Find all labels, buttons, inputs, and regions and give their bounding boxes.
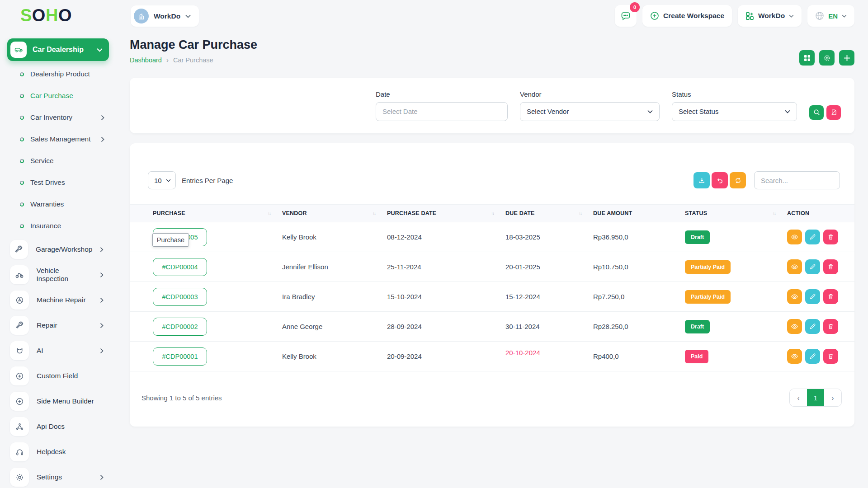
bullet-icon bbox=[20, 116, 24, 120]
logo-letter: O bbox=[58, 6, 72, 25]
messages-count-badge: 0 bbox=[630, 2, 640, 12]
view-button[interactable] bbox=[787, 230, 802, 244]
view-button[interactable] bbox=[787, 289, 802, 304]
export-button[interactable] bbox=[693, 172, 710, 188]
pencil-icon bbox=[809, 234, 816, 240]
sidebar-item-service[interactable]: Service bbox=[7, 150, 109, 172]
sidebar-item-warranties[interactable]: Warranties bbox=[7, 193, 109, 215]
sidebar-item-custom-field[interactable]: Custom Field bbox=[7, 363, 109, 389]
chevron-down-icon bbox=[785, 110, 790, 113]
edit-button[interactable] bbox=[805, 230, 820, 244]
sidebar-item-ai[interactable]: AI bbox=[7, 338, 109, 363]
sort-icon[interactable]: ↑↓ bbox=[773, 211, 775, 216]
pagination-current-page[interactable]: 1 bbox=[807, 389, 824, 406]
sidebar-item-sales-management[interactable]: Sales Management bbox=[7, 128, 109, 150]
purchase-id-badge[interactable]: #CDP00001 bbox=[153, 347, 207, 366]
grid-view-button[interactable] bbox=[799, 50, 815, 66]
page-title: Manage Car Purchase bbox=[130, 38, 257, 52]
sidebar: Car Dealership Dealership Product Car Pu… bbox=[0, 32, 116, 488]
language-selector[interactable]: EN bbox=[807, 5, 854, 27]
action-cell bbox=[787, 289, 854, 304]
bullet-icon bbox=[20, 224, 24, 228]
edit-button[interactable] bbox=[805, 319, 820, 334]
breadcrumb-dashboard-link[interactable]: Dashboard bbox=[130, 56, 162, 64]
vendor-select[interactable]: Select Vendor bbox=[520, 102, 660, 121]
edit-button[interactable] bbox=[805, 259, 820, 274]
plus-circle-icon bbox=[10, 392, 29, 411]
breadcrumb: Dashboard › Car Purchase bbox=[130, 56, 257, 64]
logo-letter: H bbox=[46, 6, 58, 25]
purchase-id-badge[interactable]: #CDP00004 bbox=[153, 258, 207, 276]
table-controls: 10 Entries Per Page bbox=[130, 143, 854, 189]
entries-per-page-select[interactable]: 10 bbox=[148, 171, 176, 189]
sort-icon[interactable]: ↑↓ bbox=[491, 211, 494, 216]
status-select[interactable]: Select Status bbox=[672, 102, 797, 121]
apply-filter-button[interactable] bbox=[809, 105, 824, 120]
purchase-date-cell: 20-09-2024 bbox=[387, 352, 505, 360]
clear-filter-button[interactable] bbox=[826, 105, 841, 120]
sidebar-item-car-purchase[interactable]: Car Purchase bbox=[7, 85, 109, 107]
sidebar-item-settings[interactable]: Settings bbox=[7, 465, 109, 488]
sort-icon[interactable]: ↑↓ bbox=[373, 211, 375, 216]
sidebar-item-api-docs[interactable]: Api Docs bbox=[7, 414, 109, 439]
main-content: Manage Car Purchase Dashboard › Car Purc… bbox=[116, 32, 868, 488]
due-amount-cell: Rp36.950,0 bbox=[593, 233, 685, 241]
table-row: #CDP00001 Kelly Brook 20-09-2024 20-10-2… bbox=[130, 342, 854, 371]
due-amount-cell: Rp7.250,0 bbox=[593, 293, 685, 300]
table-row: #CDP00003 Ira Bradley 15-10-2024 15-12-2… bbox=[130, 282, 854, 312]
api-nodes-icon bbox=[10, 417, 29, 436]
purchase-id-badge[interactable]: #CDP00002 bbox=[153, 318, 207, 336]
trash-icon bbox=[827, 323, 834, 330]
sidebar-item-repair[interactable]: Repair bbox=[7, 313, 109, 338]
sidebar-item-machine-repair[interactable]: Machine Repair bbox=[7, 287, 109, 313]
delete-button[interactable] bbox=[823, 349, 838, 364]
filter-vendor-group: Vendor Select Vendor bbox=[520, 90, 660, 121]
page-header-actions bbox=[799, 50, 854, 66]
vendor-cell: Ira Bradley bbox=[282, 293, 387, 300]
delete-button[interactable] bbox=[823, 259, 838, 274]
view-button[interactable] bbox=[787, 319, 802, 334]
wrench-icon bbox=[10, 316, 29, 335]
sidebar-item-dealership-product[interactable]: Dealership Product bbox=[7, 63, 109, 85]
create-workspace-button[interactable]: Create Workspace bbox=[642, 5, 732, 27]
table-search-input[interactable] bbox=[754, 171, 840, 189]
edit-button[interactable] bbox=[805, 289, 820, 304]
pagination-prev-button[interactable]: ‹ bbox=[790, 389, 807, 406]
undo-arrow-icon bbox=[717, 177, 723, 184]
sidebar-app-label: Car Dealership bbox=[33, 46, 91, 54]
undo-button[interactable] bbox=[712, 172, 728, 188]
workspace-switcher[interactable]: WorkDo bbox=[131, 5, 199, 27]
sidebar-item-side-menu-builder[interactable]: Side Menu Builder bbox=[7, 389, 109, 414]
bullet-icon bbox=[20, 137, 24, 141]
date-label: Date bbox=[376, 90, 508, 98]
sidebar-item-helpdesk[interactable]: Helpdesk bbox=[7, 439, 109, 465]
sidebar-item-test-drives[interactable]: Test Drives bbox=[7, 172, 109, 193]
sort-icon[interactable]: ↑↓ bbox=[268, 211, 270, 216]
sidebar-item-vehicle-inspection[interactable]: Vehicle Inspection bbox=[7, 262, 109, 287]
sidebar-item-garage-workshop[interactable]: Garage/Workshop bbox=[7, 237, 109, 262]
sidebar-item-label: Garage/Workshop bbox=[36, 245, 93, 253]
delete-button[interactable] bbox=[823, 319, 838, 334]
column-header-vendor: VENDOR ↑↓ bbox=[282, 210, 387, 216]
delete-button[interactable] bbox=[823, 289, 838, 304]
sort-icon[interactable]: ↑↓ bbox=[579, 211, 581, 216]
delete-button[interactable] bbox=[823, 230, 838, 244]
sidebar-app-car-dealership[interactable]: Car Dealership bbox=[7, 38, 109, 61]
messages-button[interactable]: 0 bbox=[615, 5, 637, 27]
refresh-button[interactable] bbox=[730, 172, 746, 188]
view-button[interactable] bbox=[787, 259, 802, 274]
edit-button[interactable] bbox=[805, 349, 820, 364]
add-purchase-button[interactable] bbox=[839, 50, 854, 66]
view-button[interactable] bbox=[787, 349, 802, 364]
pencil-icon bbox=[809, 353, 816, 360]
eye-icon bbox=[791, 233, 798, 241]
vendor-cell: Kelly Brook bbox=[282, 233, 387, 241]
pencil-icon bbox=[809, 263, 816, 270]
sidebar-item-car-inventory[interactable]: Car Inventory bbox=[7, 107, 109, 128]
app-switcher-button[interactable]: WorkDo bbox=[738, 5, 802, 27]
settings-button[interactable] bbox=[819, 50, 835, 66]
date-input[interactable] bbox=[376, 102, 508, 121]
purchase-id-badge[interactable]: #CDP00003 bbox=[153, 288, 207, 306]
pagination-next-button[interactable]: › bbox=[824, 389, 841, 406]
sidebar-item-insurance[interactable]: Insurance bbox=[7, 215, 109, 237]
